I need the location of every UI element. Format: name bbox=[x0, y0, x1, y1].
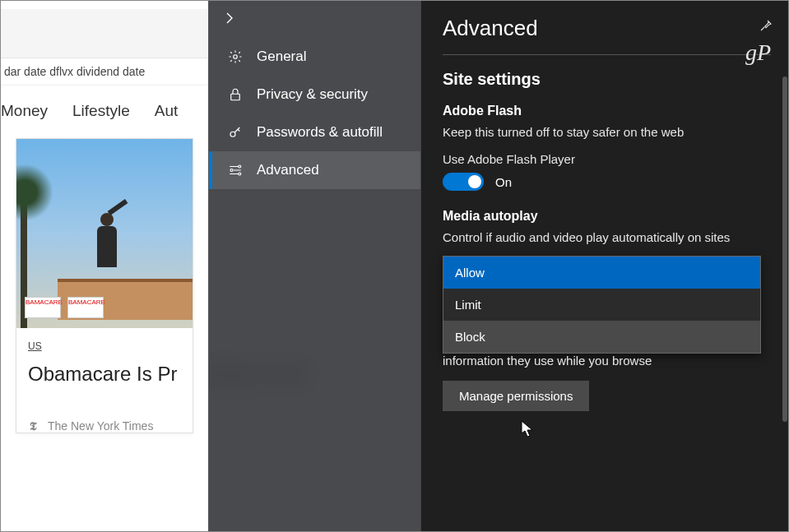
scrollbar[interactable] bbox=[782, 76, 787, 422]
dropdown-option-block[interactable]: Block bbox=[443, 321, 760, 353]
news-source: 𝕿 The New York Times bbox=[28, 419, 181, 433]
dropdown-option-allow[interactable]: Allow bbox=[443, 257, 760, 289]
sidebar-item-label: Privacy & security bbox=[257, 86, 368, 103]
sidebar-item-label: Passwords & autofill bbox=[257, 124, 383, 141]
flash-toggle[interactable] bbox=[443, 173, 484, 191]
page-background: dar date dflvx dividend date Money Lifes… bbox=[1, 1, 208, 531]
sign-text: BAMACARE bbox=[25, 297, 61, 318]
flash-description: Keep this turned off to stay safer on th… bbox=[443, 123, 789, 141]
nav-tab-money[interactable]: Money bbox=[1, 102, 48, 120]
lock-icon bbox=[227, 86, 244, 103]
nav-tab-lifestyle[interactable]: Lifestyle bbox=[72, 102, 130, 120]
nav-tabs: Money Lifestyle Aut bbox=[1, 86, 208, 132]
sidebar-item-passwords[interactable]: Passwords & autofill bbox=[209, 113, 420, 151]
svg-point-4 bbox=[230, 169, 233, 172]
chevron-right-icon bbox=[224, 12, 235, 24]
panel-title: Advanced bbox=[443, 16, 538, 41]
sidebar-item-label: Advanced bbox=[257, 162, 319, 178]
key-icon bbox=[227, 124, 244, 141]
source-name: The New York Times bbox=[48, 419, 153, 433]
svg-point-5 bbox=[239, 173, 241, 175]
divider bbox=[443, 54, 771, 55]
dropdown-option-limit[interactable]: Limit bbox=[443, 289, 760, 321]
media-autoplay-dropdown[interactable]: Allow Limit Block bbox=[443, 256, 761, 354]
news-card[interactable]: BAMACARE BAMACARE US Obamacare Is Pr Har… bbox=[16, 138, 193, 433]
sidebar-item-privacy[interactable]: Privacy & security bbox=[209, 76, 420, 113]
settings-sidebar: General Privacy & security Passwords & a… bbox=[208, 1, 420, 531]
news-card-image: BAMACARE BAMACARE bbox=[16, 139, 193, 328]
advanced-settings-panel: Advanced gP Site settings Adobe Flash Ke… bbox=[420, 1, 789, 531]
news-headline: Obamacare Is Pr Hard to Kill bbox=[28, 361, 181, 386]
search-suggestion-row: dar date dflvx dividend date bbox=[1, 58, 208, 86]
sidebar-item-general[interactable]: General bbox=[209, 38, 420, 76]
manage-permissions-button[interactable]: Manage permissions bbox=[443, 381, 589, 411]
media-autoplay-description: Control if audio and video play automati… bbox=[443, 229, 789, 246]
sign-text: BAMACARE bbox=[67, 297, 104, 318]
sliders-icon bbox=[227, 162, 244, 178]
sidebar-item-advanced[interactable]: Advanced bbox=[209, 151, 420, 189]
section-site-settings: Site settings bbox=[443, 70, 789, 89]
cookies-desc-fragment: information they use while you browse bbox=[443, 352, 789, 369]
news-category-tag[interactable]: US bbox=[28, 340, 42, 352]
pin-icon[interactable] bbox=[759, 16, 773, 36]
flash-toggle-state: On bbox=[495, 175, 512, 189]
svg-point-0 bbox=[234, 55, 238, 59]
media-autoplay-heading: Media autoplay bbox=[443, 209, 789, 224]
flash-use-label: Use Adobe Flash Player bbox=[443, 150, 789, 168]
watermark-text: gP bbox=[443, 39, 789, 66]
sidebar-item-label: General bbox=[257, 49, 306, 65]
svg-rect-1 bbox=[231, 94, 240, 100]
toolbar-area bbox=[1, 9, 208, 58]
back-button[interactable] bbox=[209, 1, 420, 38]
svg-point-3 bbox=[239, 165, 241, 168]
gear-icon bbox=[227, 49, 244, 65]
source-icon: 𝕿 bbox=[30, 420, 41, 432]
svg-point-2 bbox=[230, 132, 235, 136]
nav-tab-auto[interactable]: Aut bbox=[155, 102, 179, 120]
flash-heading: Adobe Flash bbox=[443, 104, 789, 118]
